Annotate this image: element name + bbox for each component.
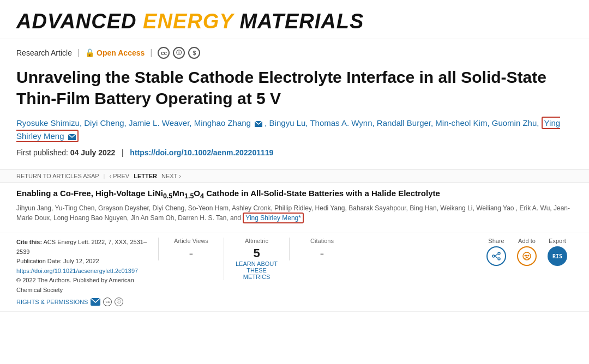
email-icon-meng <box>68 134 76 140</box>
actions-block: Share Add to <box>354 238 573 266</box>
learn-more-link[interactable]: LEARN ABOUT THESE METRICS <box>232 260 281 280</box>
authors-part1: Ryosuke Shimizu, Diyi Cheng, Jamie L. We… <box>16 118 251 128</box>
altmetric-block: Altmetric 5 LEARN ABOUT THESE METRICS <box>224 238 289 280</box>
share-button[interactable] <box>486 246 506 266</box>
authors-part2: , Bingyu Lu, Thomas A. Wynn, Randall Bur… <box>265 118 541 128</box>
envelope-icon <box>91 298 100 306</box>
views-label: Article Views <box>167 238 215 244</box>
doi-link[interactable]: https://doi.org/10.1002/aenm.202201119 <box>130 148 273 157</box>
cite-icons-row: RIGHTS & PERMISSIONS cc ⓘ <box>16 298 158 307</box>
citations-block: Citations - <box>289 238 354 260</box>
ris-label: RIS <box>552 253 562 259</box>
metrics-row: Cite this: ACS Energy Lett. 2022, 7, XXX… <box>0 233 589 312</box>
related-section: Enabling a Co-Free, High-Voltage LiNi0.5… <box>0 183 589 233</box>
article-content: Unraveling the Stable Cathode Electrolyt… <box>0 62 589 169</box>
authors: Ryosuke Shimizu, Diyi Cheng, Jamie L. We… <box>16 117 573 143</box>
article-title: Unraveling the Stable Cathode Electrolyt… <box>16 66 573 109</box>
nav-bar: RETURN TO ARTICLES ASAP | ‹ PREV LETTER … <box>0 169 589 183</box>
cc-icon-sa: $ <box>188 47 200 59</box>
journal-title: ADVANCED ENERGY MATERIALS <box>16 10 573 33</box>
article-type-label: Research Article <box>16 48 72 57</box>
pub-date-cite: Publication Date: July 12, 2022 <box>16 257 158 266</box>
nav-letter: LETTER <box>134 173 157 179</box>
addto-button[interactable] <box>517 246 537 266</box>
journal-title-energy: ENERGY <box>143 10 233 33</box>
export-button[interactable]: RIS <box>548 246 567 266</box>
nav-sep-1: | <box>104 173 105 179</box>
svg-point-9 <box>525 255 526 257</box>
cc-icon-cc: cc <box>158 47 170 59</box>
altmetric-label: Altmetric <box>232 238 281 244</box>
email-icon-minghao <box>255 121 262 127</box>
cite-block: Cite this: ACS Energy Lett. 2022, 7, XXX… <box>16 238 158 307</box>
meta-separator-1: | <box>77 48 80 58</box>
related-article-title: Enabling a Co-Free, High-Voltage LiNi0.5… <box>16 189 573 200</box>
svg-point-4 <box>498 258 500 260</box>
pub-date-label: First published: <box>16 148 68 157</box>
pub-date: First published: 04 July 2022 | https://… <box>16 148 573 157</box>
copyright: © 2022 The Authors. Published by America… <box>16 276 158 295</box>
share-group: Share <box>486 238 506 266</box>
lock-icon: 🔓 <box>85 48 94 57</box>
related-article-authors: Jihyun Jang, Yu-Ting Chen, Grayson Deysh… <box>16 203 573 223</box>
journal-header: ADVANCED ENERGY MATERIALS <box>0 0 589 39</box>
share-label: Share <box>488 238 504 244</box>
journal-title-part3: MATERIALS <box>233 10 364 33</box>
article-meta-bar: Research Article | 🔓 Open Access | cc ⓘ … <box>0 39 589 62</box>
export-label: Export <box>549 238 566 244</box>
by-icon-cite: ⓘ <box>115 298 123 306</box>
doi-cite: https://doi.org/10.1021/acsenergylett.2c… <box>16 266 158 276</box>
cite-label: Cite this: ACS Energy Lett. 2022, 7, XXX… <box>16 238 158 257</box>
open-access-label: Open Access <box>97 48 145 57</box>
altmetric-value: 5 <box>232 246 281 260</box>
rights-link[interactable]: RIGHTS & PERMISSIONS <box>16 298 88 307</box>
article-views-block: Article Views - <box>158 238 224 260</box>
next-link[interactable]: NEXT › <box>161 173 181 179</box>
cc-icons: cc ⓘ $ <box>158 47 200 59</box>
svg-point-10 <box>526 255 528 257</box>
prev-link[interactable]: ‹ PREV <box>109 173 129 179</box>
journal-title-part1: ADVANCED <box>16 10 143 33</box>
svg-line-6 <box>495 254 498 256</box>
svg-point-3 <box>498 252 500 254</box>
views-value: - <box>167 246 215 260</box>
addto-icon <box>522 251 532 261</box>
share-icon <box>492 252 501 260</box>
cc-icon-cite: cc <box>103 298 112 306</box>
return-to-articles-link[interactable]: RETURN TO ARTICLES ASAP <box>16 173 99 179</box>
cc-icon-by: ⓘ <box>173 47 185 59</box>
svg-line-7 <box>495 256 498 258</box>
svg-point-11 <box>528 255 530 257</box>
export-group: Export RIS <box>548 238 567 266</box>
open-access-badge: 🔓 Open Access <box>85 48 145 57</box>
pub-date-value: 04 July 2022 <box>70 148 116 157</box>
citations-label: Citations <box>298 238 346 244</box>
meta-separator-2: | <box>150 48 152 58</box>
related-highlighted-author: Ying Shirley Meng* <box>243 213 304 223</box>
svg-point-5 <box>492 255 495 257</box>
citations-value: - <box>298 246 346 260</box>
addto-group: Add to <box>517 238 537 266</box>
addto-label: Add to <box>518 238 536 244</box>
